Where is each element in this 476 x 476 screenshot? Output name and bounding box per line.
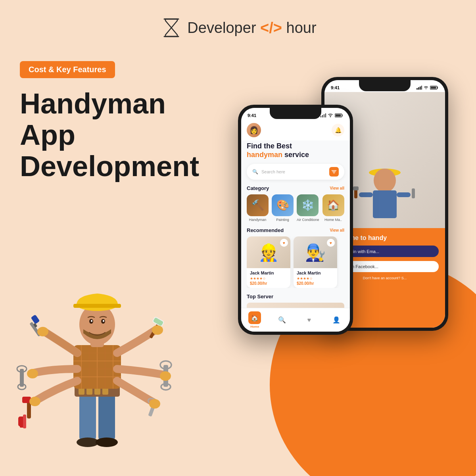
svg-point-78 [149,399,160,409]
worker-stars-2: ★★★★☆ [297,276,334,280]
phone-home-notch [270,108,321,119]
cat-worker-icon-4: 🏠 [322,194,344,216]
recommended-section-header: Recommended View all [247,227,344,233]
login-status-icons [416,86,439,90]
nav-favorites[interactable]: ♥ [303,314,315,326]
category-item-painting[interactable]: 🎨 Painting [272,194,294,222]
worker-card-2[interactable]: 👨‍🔧 ♥ Jack Martin ★★★★☆ $20.00/hr [294,236,337,288]
svg-point-74 [27,369,38,378]
cat-worker-icon-1: 🔨 [247,194,269,216]
main-content: Cost & Key Features Handyman App Develop… [0,49,476,367]
worker-rate-1: $20.00/hr [250,281,287,286]
nav-home-label: Home [250,325,259,328]
cat-worker-icon-3: ❄️ [297,194,319,216]
worker-heart-1[interactable]: ♥ [280,239,288,247]
svg-rect-7 [431,87,436,89]
main-title: Handyman App Development [20,88,218,182]
category-section-header: Category View all [247,185,344,191]
nav-favorites-icon: ♥ [303,314,315,326]
svg-rect-3 [418,87,419,90]
worker-card-img-1: 👷 ♥ [247,236,290,268]
svg-rect-28 [98,393,115,440]
category-img-painting: 🎨 [272,194,294,216]
svg-point-21 [330,116,331,117]
worker-name-1: Jack Martin [250,271,287,275]
search-icon: 🔍 [252,169,258,175]
filter-icon[interactable] [329,167,339,177]
home-app-header: 👩 🔔 [241,120,350,140]
header: Developer </> hour [0,0,476,49]
nav-profile[interactable]: 👤 [330,314,343,326]
signal-icon [416,86,422,90]
top-server-section: Top Server [247,294,344,308]
svg-rect-15 [353,186,359,190]
logo-text: Developer </> hour [187,19,316,36]
cost-key-features-badge: Cost & Key Features [20,61,115,78]
nav-home[interactable]: 🏠 Home [248,311,261,328]
login-worker-figure [353,153,416,228]
login-status-time: 9:41 [331,85,340,90]
category-img-home: 🏠 [322,194,344,216]
svg-rect-19 [324,114,324,117]
top-server-preview [247,303,344,308]
worker-card-info-2: Jack Martin ★★★★☆ $20.00/hr [294,268,337,288]
worker-heart-2[interactable]: ♥ [327,239,335,247]
recommended-title: Recommended [247,227,284,233]
left-section: Cost & Key Features Handyman App Develop… [20,57,218,367]
worker-svg-login [353,153,416,228]
wifi-icon [423,86,429,90]
svg-rect-18 [322,115,323,117]
svg-point-10 [374,169,396,192]
home-wifi-icon [328,113,333,117]
recommended-view-all[interactable]: View all [330,228,344,232]
worker-card-1[interactable]: 👷 ♥ Jack Martin ★★★★☆ $20.00/hr [247,236,290,288]
svg-rect-11 [373,190,397,218]
notification-bell-icon[interactable]: 🔔 [332,124,344,136]
home-status-time: 9:41 [248,113,256,118]
svg-rect-13 [397,192,411,197]
phone-login-notch [359,80,411,91]
top-server-header: Top Server [247,294,344,299]
nav-search-icon: 🔍 [276,314,288,326]
nav-profile-icon: 👤 [330,314,343,326]
home-signal-icon [321,113,326,117]
svg-rect-17 [321,116,321,117]
phone-home-frame: 9:41 👩 🔔 [238,105,353,335]
category-view-all[interactable]: View all [330,186,344,190]
phones-section: 9:41 [218,57,456,367]
hero-orange-word: handyman [247,151,282,159]
worker-name-2: Jack Martin [297,271,334,275]
category-item-ac[interactable]: ❄️ Air Conditione [297,194,319,222]
svg-rect-23 [336,115,341,117]
search-placeholder-text: Search here [261,169,326,174]
category-item-handyman[interactable]: 🔨 Handyman [247,194,269,222]
category-row: 🔨 Handyman 🎨 Painting [247,194,344,222]
nav-search[interactable]: 🔍 [276,314,288,326]
phone-home: 9:41 👩 🔔 [238,105,353,335]
svg-rect-2 [416,88,418,90]
svg-rect-16 [412,188,415,198]
filter-lines-icon [332,170,336,174]
category-item-home[interactable]: 🏠 Home Ma.. [322,194,344,222]
top-server-title: Top Server [247,294,273,299]
svg-point-30 [96,438,118,447]
home-battery-icon [335,113,344,117]
hourglass-icon [159,16,183,40]
nav-home-icon: 🏠 [248,311,261,324]
worker-emoji-1: 👷 [258,243,279,262]
cat-label-1: Handyman [247,218,269,222]
svg-rect-4 [420,86,421,90]
worker-card-info-1: Jack Martin ★★★★☆ $20.00/hr [247,268,290,288]
cat-label-4: Home Ma.. [322,218,344,222]
category-img-ac: ❄️ [297,194,319,216]
user-avatar[interactable]: 👩 [247,123,261,137]
svg-rect-64 [23,415,26,428]
cat-label-2: Painting [272,218,294,222]
search-bar[interactable]: 🔍 Search here [247,164,344,180]
svg-point-75 [29,397,40,406]
svg-rect-27 [79,393,96,440]
svg-point-77 [160,371,171,381]
home-content-area: Find the Best handyman service 🔍 Search … [241,140,350,308]
battery-icon [430,86,439,90]
category-img-handyman: 🔨 [247,194,269,216]
